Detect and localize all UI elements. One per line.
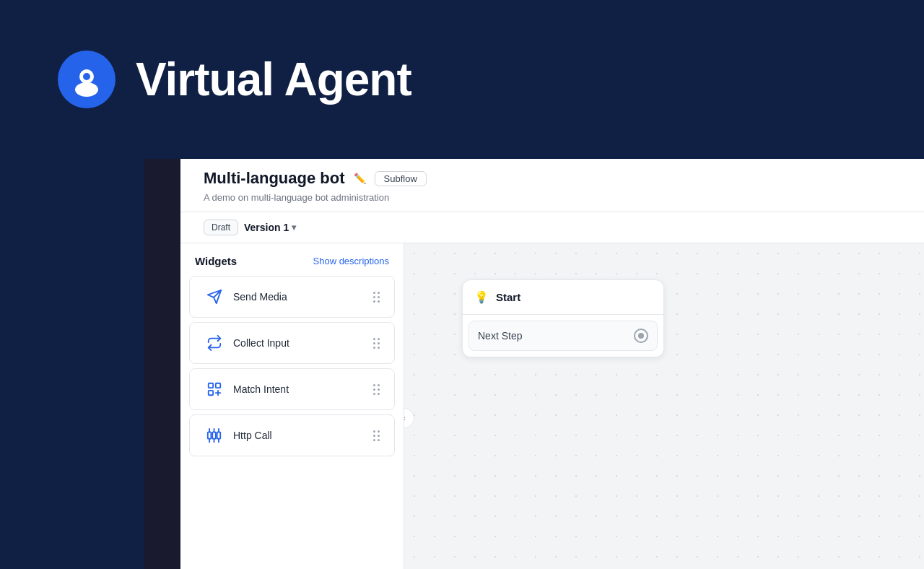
step-connector <box>634 329 648 343</box>
bot-title: Multi-language bot <box>204 169 345 188</box>
http-call-label: Http Call <box>233 430 272 441</box>
header-area: Virtual Agent <box>0 0 924 159</box>
top-bar: Multi-language bot ✏️ Subflow A demo on … <box>180 152 924 212</box>
widget-item-match-intent[interactable]: Match Intent <box>189 368 395 410</box>
widgets-title: Widgets <box>195 255 237 267</box>
flow-node-step[interactable]: Next Step <box>468 321 658 351</box>
edit-icon[interactable]: ✏️ <box>354 173 366 184</box>
drag-handle-collect-input <box>373 338 380 349</box>
widgets-header: Widgets Show descriptions <box>180 255 404 276</box>
device-container: Multi-language bot ✏️ Subflow A demo on … <box>144 144 924 569</box>
collapse-panel-button[interactable]: ‹ <box>404 408 414 428</box>
send-media-label: Send Media <box>233 291 287 303</box>
main-area: Widgets Show descriptions <box>180 243 924 569</box>
drag-handle-match-intent <box>373 384 380 395</box>
page-title: Virtual Agent <box>136 53 411 106</box>
version-selector[interactable]: Version 1 ▾ <box>244 222 296 233</box>
show-descriptions-link[interactable]: Show descriptions <box>313 256 390 266</box>
drag-handle-send-media <box>373 292 380 303</box>
chevron-down-icon: ▾ <box>292 222 296 233</box>
match-intent-icon <box>204 379 225 399</box>
svg-rect-9 <box>212 432 216 438</box>
subflow-badge: Subflow <box>375 171 427 186</box>
step-label: Next Step <box>478 330 522 342</box>
send-media-icon <box>204 287 225 307</box>
chevron-left-icon: ‹ <box>404 414 406 422</box>
bot-description: A demo on multi-language bot administrat… <box>204 192 915 203</box>
flow-node-header: 💡 Start <box>463 280 663 315</box>
svg-point-2 <box>83 73 90 80</box>
node-title: Start <box>496 291 520 303</box>
logo-circle <box>58 51 116 108</box>
app-content: Multi-language bot ✏️ Subflow A demo on … <box>180 152 924 569</box>
widget-left: Send Media <box>204 287 287 307</box>
version-label: Version 1 <box>244 222 289 233</box>
svg-rect-8 <box>208 432 212 438</box>
step-connector-inner <box>638 333 644 339</box>
svg-rect-5 <box>209 383 213 388</box>
match-intent-label: Match Intent <box>233 383 289 395</box>
bulb-icon: 💡 <box>474 290 489 304</box>
flow-node-start[interactable]: 💡 Start Next Step <box>462 279 664 357</box>
widget-item-send-media[interactable]: Send Media <box>189 276 395 318</box>
http-call-icon <box>204 425 225 446</box>
draft-badge: Draft <box>204 220 238 235</box>
widgets-panel: Widgets Show descriptions <box>180 243 404 569</box>
svg-rect-10 <box>217 432 221 438</box>
widget-item-collect-input[interactable]: Collect Input <box>189 322 395 364</box>
widget-left-collect: Collect Input <box>204 333 289 353</box>
svg-rect-6 <box>216 383 220 388</box>
version-bar: Draft Version 1 ▾ <box>180 212 924 243</box>
title-row: Multi-language bot ✏️ Subflow <box>204 169 915 188</box>
drag-handle-http-call <box>373 430 380 441</box>
canvas-area[interactable]: ‹ 💡 Start Next Step <box>404 243 924 569</box>
collect-input-icon <box>204 333 225 353</box>
widget-left-match: Match Intent <box>204 379 289 399</box>
collect-input-label: Collect Input <box>233 337 289 349</box>
widget-item-http-call[interactable]: Http Call <box>189 414 395 456</box>
svg-rect-7 <box>209 391 213 395</box>
device-screen: Multi-language bot ✏️ Subflow A demo on … <box>180 152 924 569</box>
svg-point-1 <box>75 82 98 97</box>
widget-left-http: Http Call <box>204 425 272 446</box>
